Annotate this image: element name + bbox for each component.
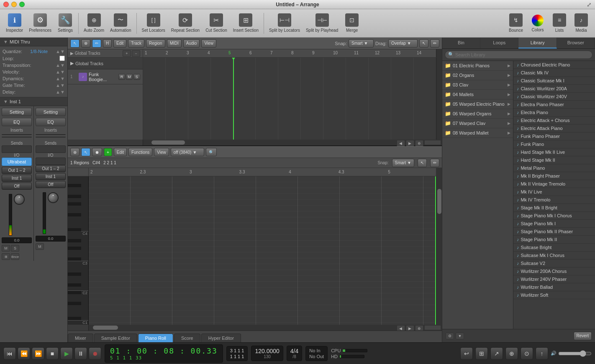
toolbar-lists[interactable]: ≡ Lists bbox=[549, 12, 570, 35]
item-hard-stage-live[interactable]: ♪Hard Stage Mk II Live bbox=[513, 148, 595, 156]
volume-knob-left[interactable] bbox=[14, 194, 25, 205]
item-suitcase-v2[interactable]: ♪Suitcase V2 bbox=[513, 260, 595, 267]
tab-browser[interactable]: Browser bbox=[557, 38, 595, 48]
footer-settings-btn[interactable]: ⚙ bbox=[446, 333, 454, 339]
solo-btn-1[interactable]: S bbox=[133, 74, 140, 80]
item-wurlitzer-soft[interactable]: ♪Wurlitzer Soft bbox=[513, 291, 595, 299]
s-button-left[interactable]: S bbox=[11, 245, 19, 252]
item-funk-piano[interactable]: ♪Funk Piano bbox=[513, 140, 595, 148]
item-classic-wurlitzer200[interactable]: ♪Classic Wurlitzer 200A bbox=[513, 85, 595, 93]
insert-slot-r1[interactable] bbox=[36, 134, 66, 135]
item-wurlitzer-200a[interactable]: ♪Wurlitzer 200A Chorus bbox=[513, 267, 595, 275]
cursor-tool[interactable]: ↖ bbox=[419, 39, 428, 48]
arr-view-btn[interactable]: View bbox=[201, 39, 216, 48]
item-electric-attack[interactable]: ♪Electric Attack Piano bbox=[513, 125, 595, 132]
folder-warped-mallet[interactable]: 📁 08 Warped Mallet ▶ bbox=[442, 128, 513, 138]
tab-bin[interactable]: Bin bbox=[442, 38, 480, 48]
pr-pointer-btn[interactable]: ↖ bbox=[81, 148, 90, 156]
tempo-display[interactable]: 120.0000 130 bbox=[251, 346, 283, 361]
insert-slot-r2[interactable] bbox=[36, 137, 66, 137]
stop-btn[interactable]: ■ bbox=[46, 347, 59, 360]
arr-audio-btn[interactable]: Audio bbox=[183, 39, 200, 48]
folder-warped-clav[interactable]: 📁 07 Warped Clav ▶ bbox=[442, 119, 513, 128]
toolbar-split-locators[interactable]: ⊢⊣ Split by Locators bbox=[267, 12, 303, 35]
item-electra-piano[interactable]: ♪Electra Piano bbox=[513, 109, 595, 117]
arr-pencil-btn[interactable]: ✏ bbox=[92, 39, 101, 48]
pr-vscroll-top[interactable] bbox=[436, 168, 442, 176]
insert-slot-1[interactable] bbox=[2, 134, 32, 135]
signature-display[interactable]: 4/4 /8 bbox=[287, 346, 302, 361]
m-button-left[interactable]: M bbox=[2, 245, 10, 252]
pr-hscroll[interactable]: ◀ ▶ ⊕ bbox=[68, 325, 442, 331]
insert-slot-2[interactable] bbox=[2, 137, 32, 137]
tr-btn-2[interactable]: ⊞ bbox=[475, 347, 488, 360]
pr-vscroll-thumb[interactable] bbox=[437, 189, 441, 214]
toolbar-split-playhead[interactable]: ⊣⊢ Split by Playhead bbox=[303, 12, 341, 35]
item-suitcase-bright[interactable]: ♪Suitcase Bright bbox=[513, 244, 595, 252]
mute-btn-1[interactable]: M bbox=[126, 74, 133, 80]
arr-track-btn[interactable]: Track bbox=[128, 39, 144, 48]
pr-view-btn[interactable]: View bbox=[154, 148, 169, 156]
off-button-left[interactable]: Off bbox=[2, 183, 32, 190]
item-wurlitzer-240v[interactable]: ♪Wurlitzer 240V Phaser bbox=[513, 275, 595, 283]
folder-organs[interactable]: 📁 02 Organs ▶ bbox=[442, 71, 513, 80]
dynamics-arrow[interactable]: ▲▼ bbox=[56, 76, 65, 81]
fader-knob-right[interactable] bbox=[48, 192, 59, 234]
zoom-btn[interactable]: ⊕ bbox=[415, 140, 423, 147]
toolbar-merge[interactable]: ⊡ Merge bbox=[341, 12, 362, 35]
record-btn-1[interactable]: R bbox=[118, 74, 125, 80]
toolbar-bounce[interactable]: ↯ Bounce bbox=[505, 12, 526, 35]
item-mk2-bright[interactable]: ♪Mk II Bright Phaser bbox=[513, 172, 595, 180]
scroll-right-btn[interactable]: ▶ bbox=[406, 140, 414, 147]
m-button-right[interactable]: M bbox=[36, 243, 44, 250]
folder-warped-organs[interactable]: 📁 06 Warped Organs ▶ bbox=[442, 109, 513, 119]
pause-btn[interactable]: ⏸ bbox=[74, 347, 87, 360]
folder-warped-ep[interactable]: 📁 05 Warped Electric Piano ▶ bbox=[442, 99, 513, 109]
toolbar-colors[interactable]: Colors bbox=[527, 12, 548, 34]
ultrabeat-button[interactable]: Ultrabeat bbox=[2, 158, 32, 166]
arr-link-btn[interactable]: ⊕ bbox=[81, 39, 90, 48]
global-tracks-arrow[interactable]: ▶ bbox=[70, 61, 74, 66]
tab-piano-roll[interactable]: Piano Roll bbox=[138, 333, 173, 342]
rewind-btn[interactable]: ⏪ bbox=[18, 347, 30, 360]
pr-pencil-tool[interactable]: ✏ bbox=[430, 159, 439, 167]
tab-mixer[interactable]: Mixer bbox=[68, 333, 93, 342]
item-classic-suitcase[interactable]: ♪Classic Suitcase Mk I bbox=[513, 77, 595, 85]
item-electric-attack-chorus[interactable]: ♪Electric Attack + Chorus bbox=[513, 117, 595, 125]
pr-green-btn[interactable]: + bbox=[104, 148, 112, 156]
track-options-btn[interactable]: − bbox=[132, 50, 140, 57]
setting-button-left[interactable]: Setting bbox=[2, 108, 32, 116]
arr-midi-btn[interactable]: MIDI bbox=[167, 39, 182, 48]
piano-roll-grid[interactable] bbox=[89, 176, 436, 325]
toolbar-cut-section[interactable]: ✂ Cut Section bbox=[203, 12, 230, 35]
out-button-left[interactable]: Out 1 – 2 bbox=[2, 167, 32, 174]
item-hard-stage[interactable]: ♪Hard Stage Mk II bbox=[513, 156, 595, 164]
pr-hscroll-thumb[interactable] bbox=[93, 326, 118, 330]
arrange-vscroll-2[interactable] bbox=[436, 58, 442, 140]
toolbar-media[interactable]: ♪ Media bbox=[571, 12, 592, 35]
cycle-btn[interactable]: ↩ bbox=[460, 347, 473, 360]
hscroll-thumb[interactable] bbox=[151, 140, 185, 145]
bnce-button-left[interactable]: Bnce bbox=[11, 253, 19, 260]
send-slot-r1[interactable] bbox=[36, 145, 66, 153]
play-btn[interactable]: ▶ bbox=[60, 347, 73, 360]
search-input[interactable] bbox=[445, 51, 592, 59]
tr-btn-6[interactable]: ↑ bbox=[536, 347, 548, 360]
pr-vscroll[interactable] bbox=[436, 176, 442, 325]
inst1-button-right[interactable]: Inst 1 bbox=[36, 173, 66, 180]
toolbar-auto-zoom[interactable]: ⊕ Auto Zoom bbox=[81, 12, 107, 35]
item-mk4-tremolo[interactable]: ♪Mk IV Tremolo bbox=[513, 196, 595, 204]
go-to-start-btn[interactable]: ⏮ bbox=[3, 347, 16, 360]
scroll-left-btn[interactable]: ◀ bbox=[397, 140, 405, 147]
midi-icon-left[interactable]: ⊞ bbox=[2, 253, 10, 260]
item-funk-piano-phaser[interactable]: ♪Funk Piano Phaser bbox=[513, 132, 595, 140]
item-mk4-live[interactable]: ♪Mk IV Live bbox=[513, 188, 595, 196]
revert-button[interactable]: Revert bbox=[574, 332, 592, 340]
pr-search-btn[interactable]: 🔍 bbox=[206, 148, 217, 156]
loop-checkbox[interactable] bbox=[59, 56, 65, 61]
pencil-tool[interactable]: ✏ bbox=[430, 39, 439, 48]
toolbar-repeat-section[interactable]: ⟳ Repeat Section bbox=[169, 12, 202, 35]
tab-loops[interactable]: Loops bbox=[480, 38, 518, 48]
pr-edit-btn[interactable]: Edit bbox=[114, 148, 127, 156]
item-chorused-ep[interactable]: ♪Chorused Electric Piano bbox=[513, 61, 595, 69]
